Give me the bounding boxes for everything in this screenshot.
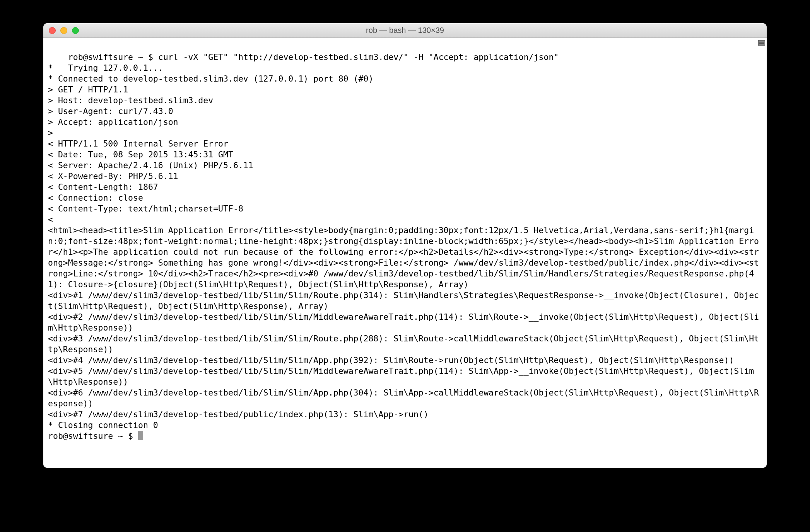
close-button[interactable] [49,27,56,34]
minimize-button[interactable] [60,27,67,34]
terminal-content[interactable]: rob@swiftsure ~ $ curl -vX "GET" "http:/… [43,38,767,468]
scroll-indicator-icon [758,40,765,46]
terminal-output: * Trying 127.0.0.1... * Connected to dev… [48,63,759,430]
terminal-window: rob — bash — 130×39 rob@swiftsure ~ $ cu… [43,23,767,468]
maximize-button[interactable] [72,27,79,34]
shell-prompt: rob@swiftsure ~ $ [68,52,158,62]
window-titlebar[interactable]: rob — bash — 130×39 [43,23,767,38]
terminal-cursor [138,431,143,440]
shell-command: curl -vX "GET" "http://develop-testbed.s… [158,52,559,62]
traffic-lights [49,27,79,34]
shell-prompt-2: rob@swiftsure ~ $ [48,431,138,441]
window-title: rob — bash — 130×39 [43,26,767,35]
